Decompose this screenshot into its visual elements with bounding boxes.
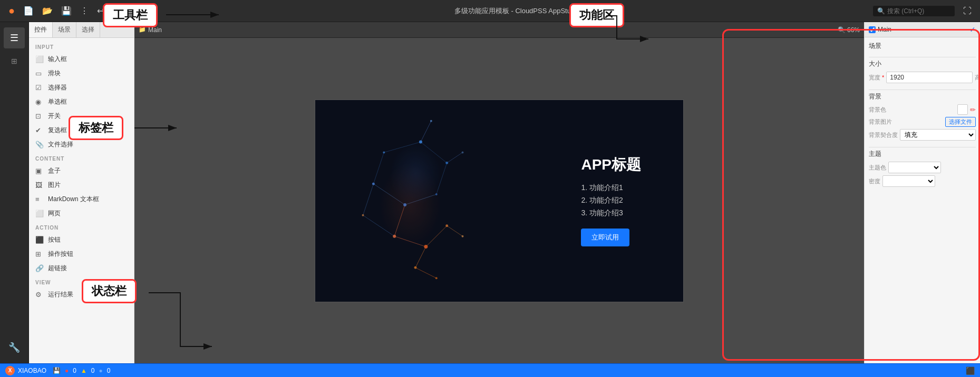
image-label: 图片 [48, 181, 61, 190]
status-user-info: X XIAOBAO [5, 366, 46, 375]
canvas-zoom: 🔍 66% [838, 26, 860, 34]
component-action-button[interactable]: ⊞ 操作按钮 [29, 247, 134, 261]
link-icon: 🔗 [35, 264, 45, 272]
component-image[interactable]: 🖼 图片 [29, 178, 134, 192]
svg-line-12 [447, 152, 463, 163]
component-slider[interactable]: ▭ 滑块 [29, 66, 134, 81]
svg-point-32 [389, 142, 441, 204]
app-icon[interactable]: ● [6, 3, 17, 19]
open-folder-icon[interactable]: 📂 [40, 4, 55, 18]
svg-point-28 [414, 266, 417, 269]
status-right-icon[interactable]: ⬛ [966, 366, 975, 375]
component-run-result[interactable]: ⚙ 运行结果 [29, 287, 134, 302]
height-group: 高度 * [975, 72, 980, 83]
select-file-button[interactable]: 选择文件 [945, 117, 976, 127]
component-markdown[interactable]: ≡ MarkDown 文本框 [29, 192, 134, 206]
prop-row-bgcolor: 背景色 ✏ [869, 104, 976, 115]
themecolor-select[interactable] [888, 162, 941, 173]
bgfit-select[interactable]: 填充 适应 拉伸 [900, 129, 976, 141]
action-button-icon: ⊞ [35, 250, 45, 258]
prop-row-bgfit: 背景契合度 填充 适应 拉伸 [869, 129, 976, 141]
component-button[interactable]: ⬛ 按钮 [29, 233, 134, 247]
canvas-frame: APP标题 1. 功能介绍1 2. 功能介绍2 3. 功能介绍3 立即试用 [315, 100, 684, 302]
app-title: 多级功能应用模板 - CloudPSS AppStudio [161, 6, 873, 16]
canvas-toolbar: 📁 Main 🔍 66% [134, 22, 864, 38]
component-checkbox[interactable]: ✔ 复选框 [29, 123, 134, 137]
component-switch[interactable]: ⊡ 开关 [29, 109, 134, 123]
properties-header: Main ✓ [865, 22, 980, 37]
search-bar[interactable]: 🔍 [873, 6, 955, 16]
box-label: 盒子 [48, 166, 61, 175]
prop-label-scene: 场景 [869, 42, 976, 51]
bg-color-picker[interactable] [957, 104, 968, 115]
width-group: 宽度 * [869, 72, 973, 83]
checkbox-label: 复选框 [48, 126, 67, 135]
properties-body: 场景 大小 宽度 * 高度 * [865, 37, 980, 363]
component-selector[interactable]: ☑ 选择器 [29, 81, 134, 95]
more-icon[interactable]: ⋮ [78, 4, 91, 18]
page-name: Main [878, 26, 891, 33]
canvas-body[interactable]: APP标题 1. 功能介绍1 2. 功能介绍2 3. 功能介绍3 立即试用 [134, 38, 864, 363]
component-link[interactable]: 🔗 超链接 [29, 261, 134, 275]
component-radio[interactable]: ◉ 单选框 [29, 95, 134, 109]
svg-point-22 [430, 120, 432, 122]
bgfit-label: 背景契合度 [869, 131, 898, 139]
divider-3 [869, 147, 976, 147]
file-picker-icon: 📎 [35, 141, 45, 148]
tab-scenes[interactable]: 场景 [53, 22, 76, 37]
density-select[interactable] [882, 175, 935, 187]
prop-row-density: 密度 [869, 175, 976, 187]
run-result-label: 运行结果 [48, 290, 73, 299]
input-box-label: 输入框 [48, 55, 67, 64]
section-view-header: VIEW [29, 275, 134, 287]
selector-icon: ☑ [35, 84, 45, 92]
status-error-icon: ● [65, 367, 69, 374]
svg-point-23 [462, 151, 464, 153]
themecolor-label: 主题色 [869, 164, 886, 172]
svg-line-2 [373, 152, 384, 184]
page-checkbox[interactable] [869, 26, 876, 33]
status-error-count: 0 [73, 367, 76, 374]
fullscreen-icon[interactable]: ⛶ [961, 4, 974, 18]
button-label: 按钮 [48, 235, 61, 244]
tab-controls[interactable]: 控件 [29, 22, 53, 37]
new-file-icon[interactable]: 📄 [21, 4, 36, 18]
sidebar-icon-list[interactable]: ☰ [4, 27, 25, 48]
sidebar-icon-tools[interactable]: 🔧 [4, 337, 25, 358]
svg-point-29 [435, 277, 438, 279]
bgimg-label: 背景图片 [869, 118, 892, 126]
search-icon-small: 🔍 [838, 26, 846, 34]
sidebar-icon-grid[interactable]: ⊞ [4, 51, 25, 72]
prop-row-size: 宽度 * 高度 * [869, 72, 976, 83]
svg-point-30 [462, 235, 464, 237]
component-file-picker[interactable]: 📎 文件选择 [29, 137, 134, 152]
redo-icon[interactable]: ↪ [110, 4, 121, 18]
webpage-label: 网页 [48, 209, 61, 218]
help-icon[interactable]: ❓ [144, 4, 159, 18]
component-list: INPUT ⬜ 输入框 ▭ 滑块 ☑ 选择器 ◉ 单选 [29, 38, 134, 363]
left-sidebar: ☰ ⊞ 🔧 [0, 22, 29, 363]
properties-panel: Main ✓ 场景 大小 宽度 * [864, 22, 980, 363]
component-box[interactable]: ▣ 盒子 [29, 164, 134, 178]
tab-select[interactable]: 选择 [76, 22, 100, 37]
preview-try-button[interactable]: 立即试用 [581, 229, 629, 246]
prop-label-theme: 主题 [869, 150, 976, 158]
undo-icon[interactable]: ↩ [95, 4, 106, 18]
preview-list: 1. 功能介绍1 2. 功能介绍2 3. 功能介绍3 [581, 183, 641, 218]
bg-color-edit-icon[interactable]: ✏ [970, 106, 976, 114]
svg-line-14 [415, 246, 426, 267]
main-content: ☰ ⊞ 🔧 控件 场景 选择 INPUT ⬜ 输入框 [0, 22, 980, 363]
prop-label-size: 大小 [869, 59, 976, 68]
search-input[interactable] [887, 7, 950, 15]
width-input[interactable] [886, 72, 973, 83]
status-bar: X XIAOBAO 💾 ● 0 ▲ 0 ● 0 ⬛ [0, 363, 980, 377]
component-webpage[interactable]: ⬜ 网页 [29, 206, 134, 221]
save-icon[interactable]: 💾 [59, 4, 74, 18]
section-content-header: CONTENT [29, 152, 134, 164]
prop-section-scene: 场景 [869, 42, 976, 51]
switch-label: 开关 [48, 112, 61, 121]
preview-icon[interactable]: ⬛ [125, 4, 140, 18]
svg-point-19 [372, 182, 375, 185]
prop-section-size: 大小 宽度 * 高度 * [869, 59, 976, 83]
component-input-box[interactable]: ⬜ 输入框 [29, 52, 134, 66]
